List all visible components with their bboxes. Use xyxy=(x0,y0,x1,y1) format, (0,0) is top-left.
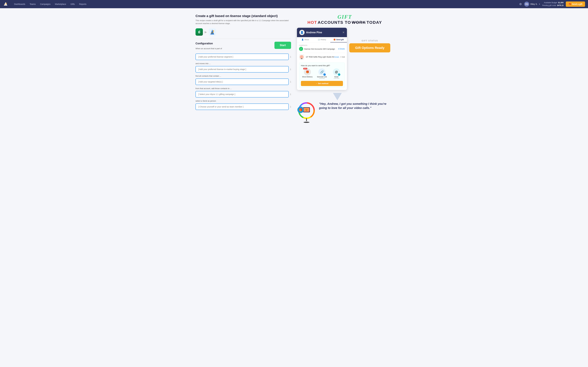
info-circle-icon: ℹ xyxy=(338,48,339,50)
budget-area: Available Budget $1,000 Pending gift cos… xyxy=(542,1,564,7)
budget-label: Available Budget xyxy=(544,2,557,4)
nav-item-campaigns[interactable]: Campaigns xyxy=(38,2,52,7)
user-name: Riley S. xyxy=(530,3,537,5)
nav-item-dashboards[interactable]: Dashboards xyxy=(12,2,27,7)
sender-input[interactable] xyxy=(196,103,289,110)
user-menu[interactable]: RS Riley S. ▾ xyxy=(524,2,540,7)
about-icon: 👤 xyxy=(302,39,304,41)
input-row-3: ℹ xyxy=(196,79,291,85)
gift-icon: 🎁 xyxy=(569,3,571,5)
accounts-to-text: ACCOUNTS TO xyxy=(318,20,351,25)
svg-marker-7 xyxy=(333,93,342,100)
product-actions: Details ✏ Edit xyxy=(334,56,345,58)
page-title: Create a gift based on 6sense stage (sta… xyxy=(196,14,291,18)
set-method-button[interactable]: → Set method xyxy=(301,81,343,86)
svg-rect-5 xyxy=(301,58,302,59)
crm-tab-send-gift[interactable]: 🎁 Send gift xyxy=(330,37,347,42)
crm-avatar: 👤 xyxy=(299,30,305,35)
app-logo[interactable] xyxy=(3,2,8,7)
campaign-info: ✓ 6sense Hot Accounts Gift Campaign xyxy=(299,47,338,51)
crm-close-button[interactable]: ✕ xyxy=(342,31,345,34)
product-edit-link[interactable]: ✏ Edit xyxy=(340,56,345,58)
gift-status-col: GIFT STATUS Gift Options Ready xyxy=(349,28,390,52)
check-badge-link: ✓ xyxy=(323,73,326,76)
work-text: WORK xyxy=(352,20,366,25)
bottom-right: 🎁 "Hey, Andrew, I got you something I th… xyxy=(297,102,392,124)
crm-tab-about[interactable]: 👤 About xyxy=(297,37,313,42)
email-icon-wrap: @ ✓ xyxy=(333,68,340,75)
nav-menu: Dashboards Teams Campaigns Marketplace G… xyxy=(12,2,519,7)
campaign-input[interactable] xyxy=(196,91,289,98)
navbar: Dashboards Teams Campaigns Marketplace G… xyxy=(0,0,588,8)
send-method-link[interactable]: 🔗 ✓ Generate Link Unlimited xyxy=(315,68,329,79)
send-method-question: How do you want to send this gift? xyxy=(301,65,343,67)
nav-item-marketplace[interactable]: Marketplace xyxy=(53,2,68,7)
arrow-right-icon: ▶ xyxy=(205,30,207,34)
crm-body: CAMPAIGN ✓ 6sense Hot Accounts Gift Camp… xyxy=(297,42,347,90)
divider xyxy=(196,39,291,39)
segment-input[interactable] xyxy=(196,54,289,60)
main-content: Create a gift based on 6sense stage (sta… xyxy=(191,8,397,130)
settings-icon[interactable]: ⚙ xyxy=(519,2,522,6)
gift-status-label: GIFT STATUS xyxy=(362,40,378,42)
gift-status-badge: Gift Options Ready xyxy=(349,43,390,52)
generate-link-sublabel: Unlimited xyxy=(315,78,329,79)
send-method-email[interactable]: @ ✓ Email Unlimited xyxy=(330,68,343,79)
send-gift-button[interactable]: 🎁 Send a gift xyxy=(566,1,585,7)
svg-rect-14 xyxy=(306,118,307,121)
email-sublabel: Unlimited xyxy=(330,78,343,79)
svg-point-12 xyxy=(306,109,306,110)
direct-delivery-label: Direct Delivery xyxy=(301,76,314,78)
nav-item-reports[interactable]: Reports xyxy=(78,2,88,7)
nav-item-gifts[interactable]: Gifts xyxy=(69,2,77,7)
input-row-1: ℹ xyxy=(196,54,291,60)
send-method-direct[interactable]: New! 🎁 Direct Delivery xyxy=(301,68,314,79)
product-name: 10" RGB Selfie Ring Light Studio Kit xyxy=(306,56,334,58)
send-gift-tab-icon: 🎁 xyxy=(333,39,336,41)
crm-tab-history[interactable]: 🕐 History xyxy=(313,37,330,42)
campaign-details-link[interactable]: ℹ Details xyxy=(338,48,345,50)
info-icon-3[interactable]: ℹ xyxy=(290,80,291,83)
config-label-4: from that account, add those contacts to… xyxy=(196,87,291,90)
crm-header-left: 👤 Andrew Pine xyxy=(299,30,322,35)
start-button[interactable]: Start xyxy=(275,42,291,49)
left-panel: Create a gift based on 6sense stage (sta… xyxy=(196,14,291,124)
product-row: 10" RGB Selfie Ring Light Studio Kit Det… xyxy=(299,53,345,61)
title-input[interactable] xyxy=(196,79,289,85)
today-text: TODAY xyxy=(367,20,382,25)
generate-link-icon-wrap: 🔗 ✓ xyxy=(318,68,325,75)
right-panel: GIFT HOT ACCOUNTS TO WORK TODAY 👤 Andrew… xyxy=(297,14,392,124)
config-label-3: find all contacts that contain ... xyxy=(196,75,291,77)
campaign-icon: ✓ xyxy=(299,47,303,51)
page-subtitle: This recipe creates a draft gift for a r… xyxy=(196,19,291,25)
gift-quote: "Hey, Andrew, I got you something I thin… xyxy=(319,102,392,110)
campaign-label: CAMPAIGN xyxy=(299,45,345,46)
svg-point-2 xyxy=(213,30,214,32)
check-badge-email: ✓ xyxy=(338,73,340,76)
pending-value: $479.15 xyxy=(557,4,563,7)
svg-point-0 xyxy=(6,3,7,4)
hot-accounts-banner: GIFT HOT ACCOUNTS TO WORK TODAY xyxy=(308,14,382,25)
nav-item-teams[interactable]: Teams xyxy=(28,2,37,7)
config-header-left: Configuration When an account that is pa… xyxy=(196,42,275,51)
svg-point-15 xyxy=(303,122,310,123)
info-icon-5[interactable]: ℹ xyxy=(290,105,291,108)
new-badge: New! xyxy=(303,68,307,69)
link-icon: 🔗 xyxy=(320,70,324,74)
ring-light-image: 🎁 xyxy=(297,102,316,124)
input-row-4: ℹ xyxy=(196,91,291,98)
direct-delivery-icon-wrap: New! 🎁 xyxy=(304,68,311,75)
buying-stage-input[interactable] xyxy=(196,66,289,73)
crm-status-row: 👤 Andrew Pine ✕ 👤 About 🕐 History xyxy=(297,28,392,92)
avatar: RS xyxy=(524,2,529,7)
crm-tabs: 👤 About 🕐 History 🎁 Send gift xyxy=(297,37,347,42)
info-icon-1[interactable]: ℹ xyxy=(290,56,291,58)
info-icon-4[interactable]: ℹ xyxy=(290,93,291,96)
hot-accounts-line: HOT ACCOUNTS TO WORK TODAY xyxy=(308,20,382,25)
send-method-section: How do you want to send this gift? New! … xyxy=(299,63,345,88)
send-methods: New! 🎁 Direct Delivery 🔗 ✓ xyxy=(301,68,343,79)
chevron-down-icon: ▾ xyxy=(539,3,540,5)
alyce-icon xyxy=(208,28,216,36)
product-details-link[interactable]: Details xyxy=(334,56,339,58)
info-icon-2[interactable]: ℹ xyxy=(290,68,291,71)
